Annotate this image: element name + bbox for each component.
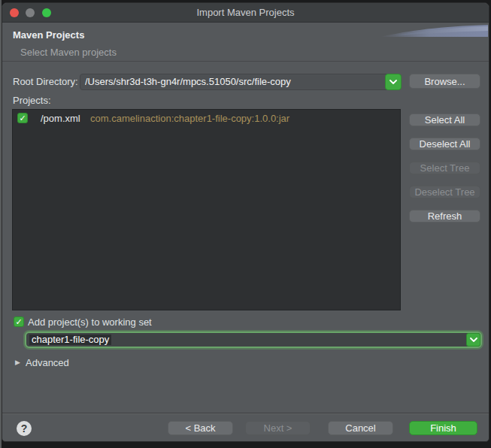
root-directory-value[interactable]: /Users/shr3d-t3h-gn4r/mpcs.51050/src/fil… xyxy=(85,74,381,89)
wizard-header: Maven Projects Select Maven projects xyxy=(2,23,489,62)
project-row-pom[interactable]: ✓ /pom.xml com.camelinaction:chapter1-fi… xyxy=(13,111,400,126)
working-set-dropdown-button[interactable] xyxy=(466,333,480,347)
deselect-tree-button: Deselect Tree xyxy=(409,186,480,198)
back-button[interactable]: < Back xyxy=(168,421,233,435)
title-bar[interactable]: Import Maven Projects xyxy=(2,3,489,23)
project-maven-coordinates: com.camelinaction:chapter1-file-copy:1.0… xyxy=(90,113,289,124)
root-directory-dropdown-button[interactable] xyxy=(385,74,402,90)
working-set-value[interactable]: chapter1-file-copy xyxy=(29,334,111,345)
cancel-button[interactable]: Cancel xyxy=(328,421,393,435)
working-set-combo[interactable]: chapter1-file-copy xyxy=(25,331,482,348)
finish-button[interactable]: Finish xyxy=(409,421,477,435)
project-path: /pom.xml xyxy=(41,113,80,124)
browse-button[interactable]: Browse... xyxy=(409,74,480,89)
refresh-button[interactable]: Refresh xyxy=(409,210,480,222)
wizard-banner-swoosh-graphic xyxy=(380,24,488,39)
import-maven-projects-dialog: Import Maven Projects Maven Projects Sel… xyxy=(2,2,489,442)
footer-separator xyxy=(2,413,489,414)
window-title: Import Maven Projects xyxy=(2,3,489,23)
desktop-background: Import Maven Projects Maven Projects Sel… xyxy=(0,0,491,448)
root-directory-combo[interactable]: /Users/shr3d-t3h-gn4r/mpcs.51050/src/fil… xyxy=(80,74,402,90)
project-checkbox[interactable]: ✓ xyxy=(17,113,28,123)
select-all-button[interactable]: Select All xyxy=(409,114,480,126)
wizard-title: Maven Projects xyxy=(13,29,84,41)
advanced-section-label[interactable]: Advanced xyxy=(26,357,69,368)
help-button[interactable]: ? xyxy=(17,421,32,436)
projects-label: Projects: xyxy=(13,95,51,106)
chevron-down-icon xyxy=(389,80,397,84)
wizard-subtitle: Select Maven projects xyxy=(20,47,117,58)
advanced-disclosure-triangle-icon[interactable]: ▶ xyxy=(15,359,20,366)
root-directory-label: Root Directory: xyxy=(13,76,78,87)
working-set-label[interactable]: Add project(s) to working set xyxy=(28,316,152,328)
working-set-checkbox[interactable]: ✓ xyxy=(14,316,24,327)
next-button: Next > xyxy=(245,421,311,435)
chevron-down-icon xyxy=(470,338,477,342)
select-tree-button: Select Tree xyxy=(409,162,480,174)
deselect-all-button[interactable]: Deselect All xyxy=(409,138,480,150)
projects-list[interactable]: ✓ /pom.xml com.camelinaction:chapter1-fi… xyxy=(12,109,401,310)
